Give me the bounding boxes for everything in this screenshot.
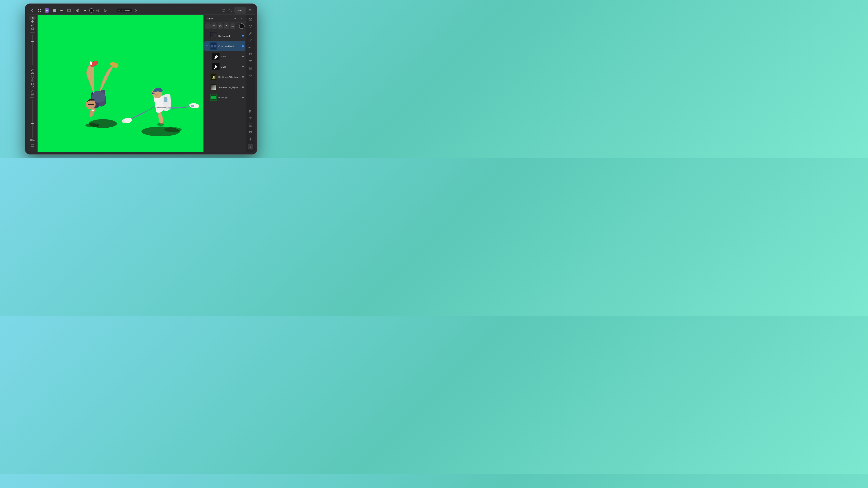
- zoom-label-top: 100%: [30, 32, 35, 34]
- brush-tool-right[interactable]: [247, 16, 254, 23]
- layer-visibility-mask1[interactable]: [242, 56, 244, 57]
- svg-rect-10: [68, 9, 70, 11]
- eraser-tool[interactable]: [29, 71, 36, 74]
- rect-select-tool[interactable]: [29, 142, 36, 149]
- mic-button[interactable]: [102, 7, 108, 13]
- layer-thumb-background: [210, 32, 217, 39]
- play-right[interactable]: [247, 108, 254, 114]
- adjustments-right[interactable]: [247, 58, 254, 64]
- layer-thumb-rectangle: [210, 94, 217, 101]
- canvas-content: [38, 15, 204, 152]
- snapping-button[interactable]: [66, 7, 72, 13]
- svg-rect-36: [92, 109, 94, 111]
- color-swatch[interactable]: [239, 24, 245, 29]
- lines-control[interactable]: Lines 1: [235, 7, 246, 13]
- svg-point-26: [32, 79, 33, 80]
- layer-copy-btn[interactable]: [218, 24, 223, 29]
- gallery-right[interactable]: [247, 122, 254, 128]
- brush-library-btn[interactable]: [29, 78, 36, 82]
- layers-edit-btn[interactable]: [239, 16, 244, 21]
- add-layer-btn[interactable]: [205, 24, 211, 29]
- brush-right[interactable]: [247, 37, 254, 43]
- layer-expand-compound[interactable]: [206, 45, 209, 47]
- layer-visibility-compound[interactable]: [242, 45, 244, 47]
- layer-thumb-compound: [210, 42, 217, 50]
- layer-background[interactable]: Background: [205, 31, 245, 41]
- svg-rect-64: [211, 96, 216, 99]
- layer-mask1[interactable]: Mask: [207, 51, 245, 61]
- back-button[interactable]: [29, 7, 35, 13]
- svg-rect-48: [213, 26, 215, 27]
- layer-mask2[interactable]: Mask: [207, 62, 245, 72]
- target-button[interactable]: [95, 7, 101, 13]
- svg-point-81: [250, 139, 251, 140]
- layer-shadows[interactable]: Shadows / Highlights...: [205, 82, 245, 92]
- hand-tool[interactable]: [29, 16, 36, 20]
- move-tool[interactable]: [29, 20, 36, 23]
- menu-button[interactable]: [51, 7, 57, 13]
- help-right[interactable]: ?: [248, 144, 253, 150]
- import-button[interactable]: [74, 7, 81, 13]
- fx-right[interactable]: FX: [247, 51, 254, 57]
- svg-rect-76: [251, 117, 252, 119]
- svg-point-14: [98, 10, 98, 11]
- smudge-tool[interactable]: [29, 68, 36, 71]
- liquefy-tool[interactable]: [29, 89, 36, 92]
- lock-button[interactable]: [247, 7, 253, 13]
- mirror-right[interactable]: [247, 115, 254, 121]
- settings-right[interactable]: [247, 136, 254, 142]
- layer-visibility-background[interactable]: [242, 35, 244, 37]
- layer-stack-btn[interactable]: [211, 24, 217, 29]
- brush-opacity-slider[interactable]: [32, 34, 33, 65]
- clone-tool[interactable]: [29, 93, 36, 96]
- brush-size-indicator[interactable]: [89, 8, 94, 12]
- layer-thumb-mask2: [212, 63, 219, 70]
- layer-info-mask1: Mask: [221, 55, 241, 58]
- brush-size-slider[interactable]: [32, 100, 33, 138]
- more-button[interactable]: ···: [59, 7, 65, 13]
- layer-visibility-rectangle[interactable]: [242, 97, 244, 98]
- text-tool[interactable]: A: [29, 150, 36, 152]
- layer-visibility-brightness[interactable]: [242, 76, 244, 78]
- dancer-scene: [38, 15, 204, 152]
- crop-tool[interactable]: [29, 27, 36, 30]
- eye-button[interactable]: [220, 7, 227, 13]
- layer-delete-btn[interactable]: [224, 24, 229, 29]
- diamond-right[interactable]: [247, 72, 254, 78]
- next-button[interactable]: [133, 7, 139, 13]
- far-right-toolbar: A 12pt FX: [246, 15, 255, 152]
- transform-right[interactable]: [247, 65, 254, 71]
- svg-rect-2: [38, 11, 39, 11]
- symmetry-button[interactable]: [227, 7, 234, 13]
- svg-rect-49: [220, 26, 221, 27]
- select-tool[interactable]: [29, 75, 36, 78]
- wand-right[interactable]: [247, 30, 254, 36]
- svg-rect-75: [249, 117, 250, 119]
- prev-button[interactable]: [110, 7, 116, 13]
- layer-compound-mask[interactable]: Compound Mask: [205, 41, 245, 51]
- layer-rectangle[interactable]: Rectangle: [205, 92, 245, 102]
- layers-list-btn[interactable]: [233, 16, 238, 21]
- canvas-area[interactable]: [38, 15, 204, 152]
- paint-tool[interactable]: [29, 86, 36, 89]
- zoom-label-bottom: 100%: [30, 97, 35, 99]
- grid-button[interactable]: [36, 7, 42, 13]
- svg-rect-53: [211, 33, 216, 39]
- text-right[interactable]: A 12pt: [247, 44, 254, 51]
- history-right[interactable]: [247, 129, 254, 135]
- svg-rect-24: [31, 75, 34, 77]
- alpha-button[interactable]: α: [82, 7, 88, 13]
- layer-visibility-shadows[interactable]: [242, 86, 244, 88]
- svg-point-71: [250, 60, 250, 61]
- eye-right[interactable]: [247, 23, 254, 29]
- svg-point-38: [86, 123, 99, 127]
- layer-visibility-mask2[interactable]: [242, 66, 244, 67]
- layer-thumb-shadows: [210, 84, 217, 91]
- fill-tool[interactable]: [29, 82, 36, 85]
- eyedropper-tool[interactable]: [29, 24, 36, 27]
- layer-brightness[interactable]: Brightness / Contrast...: [205, 72, 245, 82]
- layers-expand-btn[interactable]: [227, 16, 232, 21]
- layer-info-compound: Compound Mask: [218, 44, 241, 48]
- stabilizer-control[interactable]: No stabiliser: [117, 8, 132, 12]
- layer-more-btn[interactable]: ···: [230, 24, 236, 29]
